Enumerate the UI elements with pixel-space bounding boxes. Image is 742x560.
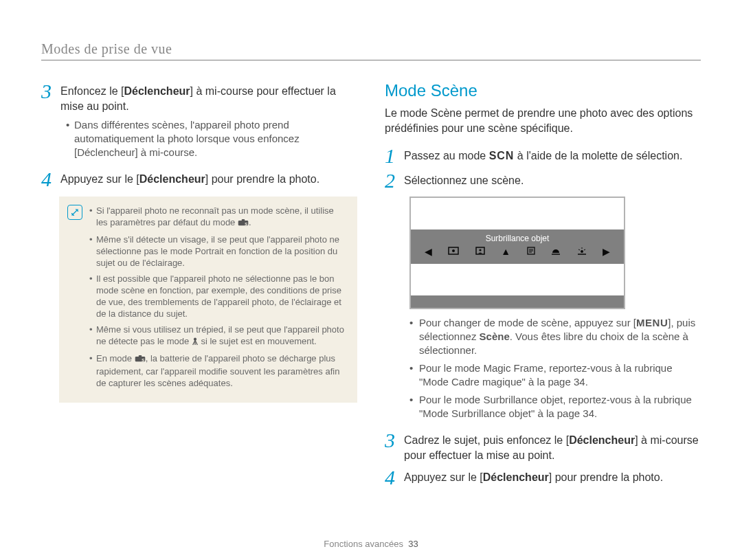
camera-smart-icon: S	[135, 354, 146, 366]
sub-bullet: • Pour changer de mode de scène, appuyez…	[409, 316, 701, 357]
bullet-dot: •	[89, 273, 96, 320]
note-item: • Si l'appareil photo ne reconnaît pas u…	[89, 205, 346, 229]
text: En mode	[96, 353, 135, 363]
note-item: • Même si vous utilisez un trépied, il s…	[89, 324, 346, 348]
svg-point-3	[194, 338, 196, 341]
camera-lcd-preview: Surbrillance objet ◀ ▲ ▶	[409, 197, 625, 309]
text: Pour changer de mode de scène, appuyez s…	[419, 316, 701, 357]
step-number: 1	[385, 146, 404, 166]
bullet-dot: •	[409, 393, 419, 421]
arrow-right-icon: ▶	[603, 246, 610, 257]
step-text: Enfoncez le [Déclencheur] à mi-course po…	[60, 81, 357, 114]
lcd-icons-row: ◀ ▲ ▶	[411, 243, 624, 261]
text: Appuyez sur le [	[404, 471, 483, 483]
landscape-icon: ▲	[501, 246, 510, 257]
page-footer: Fonctions avancées 33	[0, 539, 742, 549]
text: Dans différentes scènes, l'appareil phot…	[74, 118, 357, 159]
shutter-label: Déclencheur	[569, 434, 635, 446]
arrow-left-icon: ◀	[425, 246, 432, 257]
bullet-dot: •	[409, 316, 419, 357]
step-text: Appuyez sur le [Déclencheur] pour prendr…	[404, 467, 663, 485]
bullet-dot: •	[89, 352, 96, 389]
step-number: 2	[385, 170, 404, 191]
text: ] à mi-course.	[135, 146, 197, 158]
shutter-label: Déclencheur	[77, 146, 135, 158]
left-column: 3 Enfoncez le [Déclencheur] à mi-course …	[41, 81, 357, 492]
left-step-3-sub: • Dans différentes scènes, l'appareil ph…	[66, 118, 357, 159]
scn-mode-label: SCN	[489, 150, 515, 161]
text: Il est possible que l'appareil photo ne …	[96, 273, 346, 320]
portrait-icon	[475, 246, 485, 257]
footer-section: Fonctions avancées	[324, 539, 403, 549]
left-step-3: 3 Enfoncez le [Déclencheur] à mi-course …	[41, 81, 357, 114]
svg-point-19	[581, 250, 583, 253]
step-text: Appuyez sur le [Déclencheur] pour prendr…	[60, 169, 319, 187]
text: Appuyez sur le [	[60, 173, 139, 185]
bullet-dot: •	[89, 205, 96, 229]
page-number: 33	[408, 539, 418, 549]
svg-point-11	[452, 249, 455, 252]
note-box: • Si l'appareil photo ne reconnaît pas u…	[59, 197, 357, 403]
section-heading: Mode Scène	[385, 81, 701, 100]
header-divider	[41, 60, 701, 60]
shutter-label: Déclencheur	[483, 471, 549, 483]
bullet-dot: •	[89, 324, 96, 348]
step-number: 3	[41, 81, 60, 102]
lcd-top-area	[411, 198, 624, 229]
note-item: • En mode S, la batterie de l'appareil p…	[89, 352, 346, 389]
menu-label: MENU	[636, 317, 668, 328]
left-step-4: 4 Appuyez sur le [Déclencheur] pour pren…	[41, 169, 357, 190]
right-step-3: 3 Cadrez le sujet, puis enfoncez le [Déc…	[385, 430, 701, 463]
right-sub-bullets: • Pour changer de mode de scène, appuyez…	[409, 316, 701, 421]
step-number: 4	[41, 169, 60, 190]
svg-rect-8	[138, 355, 141, 357]
header-title: Modes de prise de vue	[41, 41, 701, 57]
step-text: Cadrez le sujet, puis enfoncez le [Décle…	[404, 430, 701, 463]
right-step-1: 1 Passez au mode SCN à l'aide de la mole…	[385, 146, 701, 166]
text: Si l'appareil photo ne reconnaît pas un …	[96, 205, 334, 227]
svg-line-22	[584, 249, 585, 250]
text: ] pour prendre la photo.	[549, 471, 663, 483]
text: Même si vous utilisez un trépied, il se …	[96, 324, 346, 348]
note-list: • Si l'appareil photo ne reconnaît pas u…	[89, 205, 346, 393]
text: Même s'il détecte un visage, il se peut …	[96, 234, 346, 269]
bullet-dot: •	[66, 118, 74, 159]
sunset-icon	[551, 246, 561, 257]
shutter-label: Déclencheur	[124, 85, 190, 97]
text: En mode S, la batterie de l'appareil pho…	[96, 352, 346, 389]
svg-line-21	[578, 249, 580, 250]
shutter-label: Déclencheur	[139, 173, 205, 185]
text: Si l'appareil photo ne reconnaît pas un …	[96, 205, 346, 229]
text: ] pour prendre la photo.	[205, 173, 319, 185]
dawn-icon	[577, 246, 587, 257]
lcd-scene-name: Surbrillance objet	[411, 234, 624, 243]
right-column: Mode Scène Le mode Scène permet de prend…	[385, 81, 701, 492]
lcd-bottom-bar	[411, 295, 624, 308]
svg-text:S: S	[142, 358, 144, 362]
text: Pour changer de mode de scène, appuyez s…	[419, 317, 636, 328]
text: Pour le mode Magic Frame, reportez-vous …	[419, 361, 701, 389]
tripod-icon	[192, 337, 199, 348]
text: à l'aide de la molette de sélection.	[514, 150, 682, 161]
lcd-strip: Surbrillance objet ◀ ▲ ▶	[411, 229, 624, 264]
svg-rect-1	[242, 219, 245, 221]
text: .	[249, 217, 251, 227]
text: Pour le mode Surbrillance objet, reporte…	[419, 393, 701, 421]
sub-bullet: • Pour le mode Magic Frame, reportez-vou…	[409, 361, 701, 389]
camera-smart-icon: S	[238, 218, 249, 229]
svg-text:S: S	[245, 222, 247, 226]
step-text: Passez au mode SCN à l'aide de la molett…	[404, 146, 682, 164]
step-number: 3	[385, 430, 404, 451]
sub-bullet: • Dans différentes scènes, l'appareil ph…	[66, 118, 357, 159]
right-step-4: 4 Appuyez sur le [Déclencheur] pour pren…	[385, 467, 701, 488]
svg-point-13	[479, 249, 481, 251]
text: Cadrez le sujet, puis enfoncez le [	[404, 434, 569, 446]
note-item: • Il est possible que l'appareil photo n…	[89, 273, 346, 320]
frame-icon	[448, 246, 459, 257]
scene-bold: Scène	[480, 331, 510, 342]
page: Modes de prise de vue 3 Enfoncez le [Déc…	[0, 0, 742, 560]
lcd-light-area	[411, 264, 624, 295]
text-icon	[527, 246, 535, 257]
text: Passez au mode	[404, 150, 489, 161]
two-columns: 3 Enfoncez le [Déclencheur] à mi-course …	[41, 81, 701, 492]
